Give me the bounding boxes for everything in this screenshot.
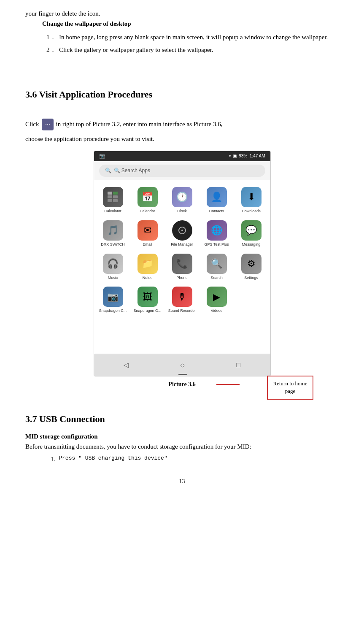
- step1-number: 1.: [51, 454, 55, 464]
- storage-text: Before transmitting documents, you have …: [25, 441, 339, 452]
- app-settings[interactable]: ⚙ Settings: [234, 250, 269, 284]
- picture-caption: Picture 3.6: [168, 381, 195, 387]
- calc-label: Calculator: [104, 209, 121, 214]
- search-app-icon: 🔍: [207, 254, 227, 274]
- apps-grid: Calculator 📅 Calendar 🕐 Clock 👤 Contacts…: [94, 180, 270, 320]
- sound-icon: 🎙: [172, 287, 192, 307]
- app-notes[interactable]: 📁 Notes: [130, 250, 165, 284]
- storage-heading-text: MID storage configuration: [25, 433, 98, 440]
- music-label: Music: [108, 276, 118, 280]
- settings-icon: ⚙: [241, 254, 262, 274]
- calc-icon: [103, 187, 123, 207]
- app-email[interactable]: ✉ Email: [130, 217, 165, 250]
- app-phone[interactable]: 📞 Phone: [165, 250, 200, 284]
- intro-text: your finger to delete the icon.: [25, 8, 339, 19]
- phone-frame: 📷 ✦ ▣ 93% 1:47 AM 🔍 🔍 Search Apps Calcul…: [94, 151, 271, 376]
- settings-label: Settings: [244, 276, 258, 280]
- click-row-second-line: choose the application procedure you wan…: [25, 134, 339, 144]
- step1-code: Press " USB charging this device": [59, 454, 167, 464]
- app-videos[interactable]: ▶ Videos: [200, 283, 234, 317]
- app-music[interactable]: 🎧 Music: [96, 250, 130, 284]
- click-row: Click in right top of Picture 3.2, enter…: [25, 119, 339, 130]
- app-calendar[interactable]: 📅 Calendar: [130, 184, 165, 217]
- home-button[interactable]: ○: [180, 358, 185, 372]
- app-search[interactable]: 🔍 Search: [200, 250, 234, 284]
- app-filemanager[interactable]: File Manager: [165, 217, 200, 250]
- gps-icon: 🌐: [207, 220, 227, 241]
- tooltip-text: Return to home page: [273, 380, 307, 394]
- music-icon: 🎧: [103, 254, 123, 274]
- app-soundrecorder[interactable]: 🎙 Sound Recorder: [165, 283, 200, 317]
- usb-step1: 1. Press " USB charging this device": [51, 454, 339, 464]
- clock-icon: 🕐: [172, 187, 192, 207]
- tooltip-arrow-line: [216, 384, 240, 385]
- svg-rect-5: [113, 199, 118, 202]
- downloads-label: Downloads: [242, 209, 261, 214]
- videos-label: Videos: [211, 309, 222, 313]
- snapc-label: Snapdragon C...: [99, 309, 127, 313]
- app-calculator[interactable]: Calculator: [96, 184, 130, 217]
- svg-rect-3: [113, 195, 118, 198]
- empty-space: [94, 320, 270, 354]
- status-left: 📷: [99, 152, 105, 160]
- files-icon: [172, 220, 192, 241]
- email-icon: ✉: [138, 220, 158, 241]
- back-button[interactable]: ◁: [124, 360, 129, 371]
- search-bar[interactable]: 🔍 🔍 Search Apps: [99, 165, 265, 177]
- click-prefix: Click: [25, 119, 39, 130]
- contacts-label: Contacts: [209, 209, 224, 214]
- calendar-label: Calendar: [140, 209, 155, 214]
- snapc-icon: 📷: [103, 287, 123, 307]
- email-label: Email: [143, 242, 152, 247]
- app-gps[interactable]: 🌐 GPS Test Plus: [200, 217, 234, 250]
- picture-caption-container: Picture 3.6 Return to home page: [25, 380, 339, 389]
- notes-label: Notes: [143, 276, 153, 280]
- snapg-label: Snapdragon G...: [133, 309, 161, 313]
- storage-heading: MID storage configuration: [25, 431, 339, 441]
- app-clock[interactable]: 🕐 Clock: [165, 184, 200, 217]
- app-messaging[interactable]: 💬 Messaging: [234, 217, 269, 250]
- downloads-icon: ⬇: [241, 187, 262, 207]
- app-snapc[interactable]: 📷 Snapdragon C...: [96, 283, 130, 317]
- wallpaper-step-2: 2． Click the gallery or wallpaper galler…: [59, 45, 339, 55]
- svg-rect-2: [108, 195, 112, 198]
- search-icon: 🔍: [105, 167, 111, 175]
- wallpaper-steps: 1． In home page, long press any blank sp…: [59, 32, 339, 55]
- apps-icon[interactable]: [42, 119, 54, 130]
- clock-label: Clock: [177, 209, 187, 214]
- phone-icon: 📞: [172, 254, 192, 274]
- step2-text: Click the gallery or wallpaper gallery t…: [59, 46, 213, 53]
- app-downloads[interactable]: ⬇ Downloads: [234, 184, 269, 217]
- calendar-icon: 📅: [138, 187, 158, 207]
- status-right: ✦ ▣ 93% 1:47 AM: [228, 153, 265, 160]
- svg-rect-0: [108, 192, 112, 195]
- tooltip-box: Return to home page: [267, 376, 313, 399]
- contacts-icon: 👤: [207, 187, 227, 207]
- search-placeholder: 🔍 Search Apps: [114, 167, 150, 175]
- svg-rect-4: [108, 199, 112, 202]
- delete-text: your finger to delete the icon.: [25, 10, 100, 17]
- app-snapg[interactable]: 🖼 Snapdragon G...: [130, 283, 165, 317]
- wallpaper-step-1: 1． In home page, long press any blank sp…: [59, 32, 339, 42]
- search-label: Search: [210, 276, 223, 280]
- nav-bar: ◁ ○ □: [94, 354, 270, 376]
- empty-cell: [234, 283, 269, 317]
- app-drx[interactable]: 🎵 DRX SWiTCH: [96, 217, 130, 250]
- app-contacts[interactable]: 👤 Contacts: [200, 184, 234, 217]
- videos-icon: ▶: [207, 287, 227, 307]
- messaging-label: Messaging: [242, 242, 261, 247]
- wallpaper-heading: Change the wallpaper of desktop: [42, 19, 339, 29]
- click-suffix: in right top of Picture 3.2, enter into …: [56, 119, 223, 130]
- status-bar: 📷 ✦ ▣ 93% 1:47 AM: [94, 151, 270, 161]
- files-label: File Manager: [171, 242, 193, 247]
- drx-icon: 🎵: [103, 220, 123, 241]
- sound-label: Sound Recorder: [168, 309, 196, 313]
- svg-rect-1: [113, 192, 118, 195]
- step1-text: In home page, long press any blank space…: [59, 34, 328, 41]
- section-36-title: 3.6 Visit Application Procedures: [25, 87, 339, 102]
- notes-icon: 📁: [138, 254, 158, 274]
- recent-button[interactable]: □: [236, 360, 240, 371]
- snapg-icon: 🖼: [138, 287, 158, 307]
- gps-label: GPS Test Plus: [205, 242, 229, 247]
- svg-point-8: [181, 230, 183, 231]
